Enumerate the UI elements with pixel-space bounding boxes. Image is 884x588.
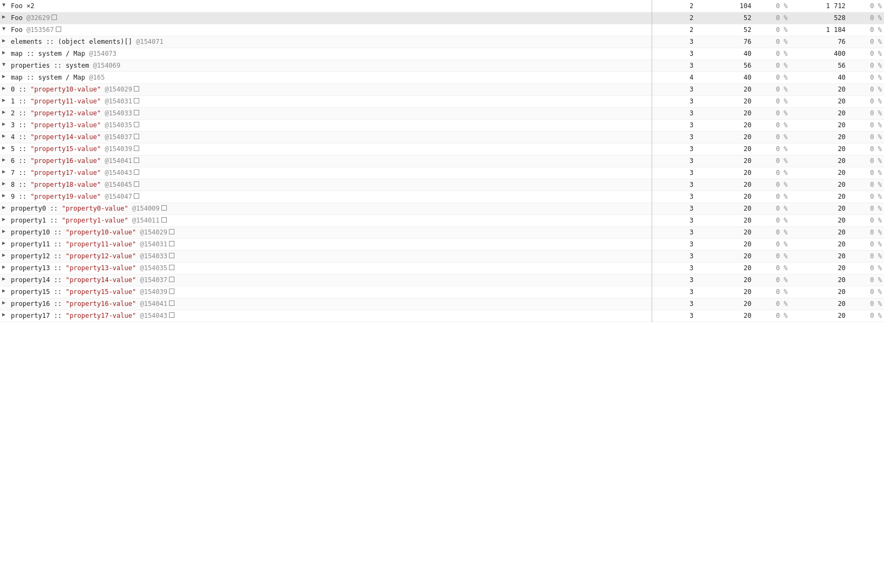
table-row[interactable]: ▶map :: system / Map @1654400 %400 % — [0, 71, 884, 83]
table-row[interactable]: ▶property16 :: "property16-value" @15404… — [0, 298, 884, 310]
constructor-name: Foo — [11, 26, 23, 34]
table-row[interactable]: ▶property15 :: "property15-value" @15403… — [0, 286, 884, 298]
checkbox-icon[interactable] — [134, 193, 139, 199]
table-row[interactable]: ▼properties :: system @1540693560 %560 % — [0, 60, 884, 71]
table-row[interactable]: ▶0 :: "property10-value" @1540293200 %20… — [0, 83, 884, 95]
expand-icon[interactable]: ▶ — [2, 252, 10, 259]
expand-icon[interactable]: ▶ — [2, 133, 10, 140]
table-row[interactable]: ▶property14 :: "property14-value" @15403… — [0, 274, 884, 286]
checkbox-icon[interactable] — [134, 86, 139, 92]
checkbox-icon[interactable] — [51, 15, 57, 20]
retained-pct-cell: 0 % — [848, 155, 884, 167]
checkbox-icon[interactable] — [169, 229, 174, 234]
retainer-id: @154033 — [105, 109, 132, 117]
collapse-icon[interactable]: ▼ — [2, 25, 10, 33]
collapse-icon[interactable]: ▼ — [2, 2, 10, 9]
expand-icon[interactable]: ▶ — [2, 145, 10, 152]
table-row[interactable]: ▶elements :: (object elements)[] @154071… — [0, 36, 884, 48]
expand-icon[interactable]: ▶ — [2, 228, 10, 236]
table-row[interactable]: ▶6 :: "property16-value" @1540413200 %20… — [0, 155, 884, 167]
checkbox-icon[interactable] — [134, 158, 139, 163]
table-row[interactable]: ▼Foo ×221040 %1 7120 % — [0, 0, 884, 12]
checkbox-icon[interactable] — [161, 217, 167, 223]
table-row[interactable]: ▶property0 :: "property0-value" @1540093… — [0, 202, 884, 214]
expand-icon[interactable]: ▶ — [2, 311, 10, 319]
expand-icon[interactable]: ▶ — [2, 240, 10, 247]
expand-icon[interactable]: ▶ — [2, 216, 10, 224]
table-row[interactable]: ▶3 :: "property13-value" @1540353200 %20… — [0, 119, 884, 131]
expand-icon[interactable]: ▶ — [2, 73, 10, 81]
object-name-cell: ▶0 :: "property10-value" @154029 — [0, 83, 652, 95]
expand-icon[interactable]: ▶ — [2, 109, 10, 116]
table-row[interactable]: ▼Foo @1535672520 %1 1840 % — [0, 24, 884, 36]
retainer-id: @154071 — [136, 38, 164, 45]
shallow-pct-cell: 0 % — [753, 12, 790, 24]
table-row[interactable]: ▶9 :: "property19-value" @1540473200 %20… — [0, 191, 884, 202]
object-name-cell: ▶Foo @32629 — [0, 12, 652, 24]
checkbox-icon[interactable] — [56, 27, 61, 32]
shallow-size-cell: 76 — [696, 36, 753, 48]
table-row[interactable]: ▶Foo @326292520 %5280 % — [0, 12, 884, 24]
retained-size-cell: 20 — [790, 95, 848, 107]
expand-icon[interactable]: ▶ — [2, 204, 10, 212]
expand-icon[interactable]: ▶ — [2, 180, 10, 188]
expand-icon[interactable]: ▶ — [2, 14, 10, 21]
checkbox-icon[interactable] — [169, 312, 174, 318]
checkbox-icon[interactable] — [134, 181, 139, 187]
table-row[interactable]: ▶7 :: "property17-value" @1540433200 %20… — [0, 167, 884, 179]
table-row[interactable]: ▶property1 :: "property1-value" @1540113… — [0, 214, 884, 226]
expand-icon[interactable]: ▶ — [2, 156, 10, 164]
object-name-cell: ▶property1 :: "property1-value" @154011 — [0, 214, 652, 226]
checkbox-icon[interactable] — [169, 300, 174, 306]
table-row[interactable]: ▶property17 :: "property17-value" @15404… — [0, 310, 884, 322]
retained-size-cell: 20 — [790, 107, 848, 119]
name-plain-text: property13 :: — [11, 264, 66, 272]
shallow-size-cell: 20 — [696, 119, 753, 131]
expand-icon[interactable]: ▶ — [2, 288, 10, 295]
checkbox-icon[interactable] — [134, 98, 139, 103]
checkbox-icon[interactable] — [134, 134, 139, 139]
object-name-cell: ▶2 :: "property12-value" @154033 — [0, 107, 652, 119]
retained-pct-cell: 0 % — [848, 107, 884, 119]
table-row[interactable]: ▶property12 :: "property12-value" @15403… — [0, 250, 884, 262]
expand-icon[interactable]: ▶ — [2, 97, 10, 104]
checkbox-icon[interactable] — [169, 265, 174, 270]
table-row[interactable]: ▶2 :: "property12-value" @1540333200 %20… — [0, 107, 884, 119]
table-row[interactable]: ▶8 :: "property18-value" @1540453200 %20… — [0, 179, 884, 191]
checkbox-icon[interactable] — [134, 169, 139, 175]
table-row[interactable]: ▶property11 :: "property11-value" @15403… — [0, 238, 884, 250]
expand-icon[interactable]: ▶ — [2, 168, 10, 176]
checkbox-icon[interactable] — [169, 277, 174, 282]
table-row[interactable]: ▶1 :: "property11-value" @1540313200 %20… — [0, 95, 884, 107]
table-row[interactable]: ▶property10 :: "property10-value" @15402… — [0, 226, 884, 238]
retainer-id: @154029 — [105, 86, 132, 93]
checkbox-icon[interactable] — [134, 122, 139, 127]
expand-icon[interactable]: ▶ — [2, 49, 10, 57]
name-plain-text: 3 :: — [11, 121, 30, 129]
checkbox-icon[interactable] — [134, 110, 139, 115]
checkbox-icon[interactable] — [169, 241, 174, 246]
shallow-pct-cell: 0 % — [753, 95, 790, 107]
expand-icon[interactable]: ▶ — [2, 121, 10, 128]
checkbox-icon[interactable] — [161, 205, 167, 211]
checkbox-icon[interactable] — [169, 289, 174, 294]
table-row[interactable]: ▶property13 :: "property13-value" @15403… — [0, 262, 884, 274]
expand-icon[interactable]: ▶ — [2, 264, 10, 271]
string-value: "property13-value" — [66, 264, 136, 272]
expand-icon[interactable]: ▶ — [2, 37, 10, 45]
table-row[interactable]: ▶5 :: "property15-value" @1540393200 %20… — [0, 143, 884, 155]
expand-icon[interactable]: ▶ — [2, 85, 10, 93]
distance-cell: 3 — [652, 60, 696, 71]
expand-icon[interactable]: ▶ — [2, 299, 10, 307]
collapse-icon[interactable]: ▼ — [2, 61, 10, 69]
table-row[interactable]: ▶4 :: "property14-value" @1540373200 %20… — [0, 131, 884, 143]
checkbox-icon[interactable] — [169, 253, 174, 258]
retained-pct-cell: 0 % — [848, 298, 884, 310]
table-row[interactable]: ▶map :: system / Map @1540733400 %4000 % — [0, 48, 884, 60]
shallow-size-cell: 104 — [696, 0, 753, 12]
expand-icon[interactable]: ▶ — [2, 192, 10, 200]
expand-icon[interactable]: ▶ — [2, 276, 10, 283]
shallow-size-cell: 20 — [696, 274, 753, 286]
name-plain-text: map :: system / Map — [11, 74, 89, 81]
checkbox-icon[interactable] — [134, 146, 139, 151]
